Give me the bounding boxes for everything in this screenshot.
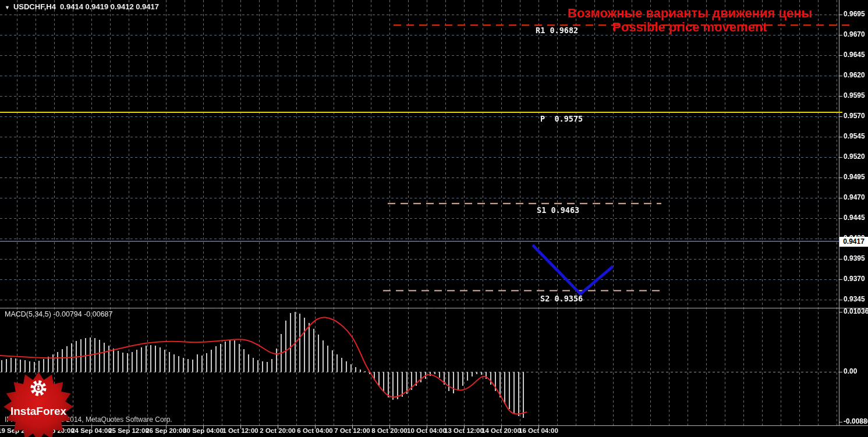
time-axis-label: 30 Sep 04:00 (183, 427, 224, 434)
price-axis-label: 0.9345 (844, 295, 865, 303)
macd-indicator-label: MACD(5,34,5) -0.00794 -0.00687 (5, 310, 113, 318)
time-axis-label: 10 Oct 04:00 (407, 427, 447, 434)
macd-axis-label: 0.00 (844, 367, 857, 375)
macd-axis-label: -0.00886 (844, 417, 868, 425)
price-axis-label: 0.9620 (844, 71, 865, 79)
price-axis-label: 0.9645 (844, 51, 865, 59)
price-axis-label: 0.9445 (844, 214, 865, 222)
current-price-marker: 0.9417 (839, 237, 868, 247)
logo-text: InstaForex (10, 405, 67, 417)
time-axis-label: 13 Oct 12:00 (444, 427, 484, 434)
symbol-ohlc-text: USDCHF,H4 0.9414 0.9419 0.9412 0.9417 (13, 2, 159, 11)
chevron-down-icon[interactable]: ▼ (5, 5, 10, 10)
symbol-header: ▼USDCHF,H4 0.9414 0.9419 0.9412 0.9417 (5, 2, 159, 11)
time-axis-label: 16 Oct 04:00 (519, 427, 558, 434)
time-axis-label: 6 Oct 04:00 (297, 427, 332, 434)
time-axis-label: 2 Oct 20:00 (260, 427, 295, 434)
price-axis-label: 0.9545 (844, 132, 865, 140)
price-axis-label: 0.9570 (844, 112, 865, 120)
price-axis-label: 0.9520 (844, 152, 865, 161)
annotation-line-en: Possible price movement (568, 20, 812, 35)
level-label-s1: S1 0.9463 (537, 205, 579, 215)
level-label-s2: S2 0.9356 (540, 294, 583, 303)
level-label-p: P 0.9575 (540, 114, 583, 123)
price-axis-label: 0.9470 (844, 193, 865, 201)
time-axis-label: 26 Sep 20:00 (146, 427, 186, 434)
time-axis-label: 14 Oct 20:00 (481, 427, 521, 434)
price-axis-label: 0.9595 (844, 91, 865, 100)
instaforex-logo: InstaForex (2, 370, 75, 437)
time-axis-label: 24 Sep 04:00 (71, 427, 112, 434)
price-axis-label: 0.9670 (844, 30, 865, 38)
level-label-r1: R1 0.9682 (536, 26, 578, 35)
chart-window: ▼USDCHF,H4 0.9414 0.9419 0.9412 0.9417 В… (0, 0, 868, 437)
price-axis-label: 0.9695 (844, 10, 865, 18)
price-axis-label: 0.9395 (844, 254, 865, 262)
starburst-badge (3, 372, 73, 437)
macd-axis-label: 0.01036 (844, 307, 868, 315)
time-axis-label: 8 Oct 20:00 (371, 427, 407, 434)
annotation-line-ru: Возможные варианты движения цены (568, 6, 812, 21)
price-axis-label: 0.9370 (844, 275, 865, 283)
time-axis-label: 1 Oct 12:00 (222, 427, 258, 434)
time-axis-label: 25 Sep 12:00 (108, 427, 149, 434)
chart-canvas[interactable] (0, 0, 868, 437)
price-axis-label: 0.9495 (844, 173, 865, 181)
time-axis-label: 7 Oct 12:00 (334, 427, 370, 434)
